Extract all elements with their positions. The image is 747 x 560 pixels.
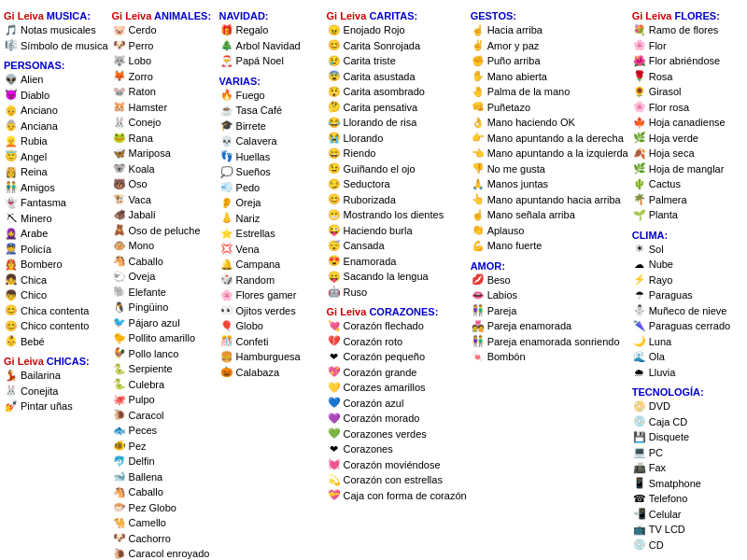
list-item[interactable]: ☀Sol xyxy=(632,242,736,257)
list-item[interactable]: 🐍Serpiente xyxy=(112,361,216,376)
list-item[interactable]: 🐗Jabalí xyxy=(112,207,216,222)
list-item[interactable]: 🌿Hoja verde xyxy=(632,131,736,146)
list-item[interactable]: 🐨Koala xyxy=(112,161,216,176)
list-item[interactable]: 😇Angel xyxy=(4,149,108,164)
list-item[interactable]: 🌧Lluvia xyxy=(632,365,736,380)
list-item[interactable]: 🐷Cerdo xyxy=(112,22,216,37)
list-item[interactable]: 🦊Zorro xyxy=(112,69,216,84)
list-item[interactable]: 🎵Notas musicales xyxy=(4,22,108,37)
list-item[interactable]: 🐟Peces xyxy=(112,423,216,438)
list-item[interactable]: ❤Corazones xyxy=(327,441,467,456)
list-item[interactable]: 💻PC xyxy=(632,445,736,460)
list-item[interactable]: 💃Bailarina xyxy=(4,368,108,383)
list-item[interactable]: 🍬Bombón xyxy=(471,349,628,364)
list-item[interactable]: 👂Oreja xyxy=(219,195,323,210)
list-item[interactable]: 🌙Luna xyxy=(632,334,736,349)
list-item[interactable]: 👌Mano haciendo OK xyxy=(471,115,628,130)
list-item[interactable]: 🤖Ruso xyxy=(327,285,467,300)
list-item[interactable]: 💖Corazón grande xyxy=(327,365,467,380)
list-item[interactable]: ☝Hacia arriba xyxy=(471,22,628,37)
list-item[interactable]: 🎈Globo xyxy=(219,318,323,333)
list-item[interactable]: 🐴Caballo xyxy=(112,254,216,269)
list-item[interactable]: 🧕Arabe xyxy=(4,226,108,241)
list-item[interactable]: 😊Carita Sonrojada xyxy=(327,38,467,53)
list-item[interactable]: 💭Sueños xyxy=(219,164,323,179)
list-item[interactable]: 👱Rubia xyxy=(4,133,108,148)
list-item[interactable]: 💿Caja CD xyxy=(632,414,736,429)
list-item[interactable]: 👈Mano apuntando a la izquierda xyxy=(471,146,628,161)
list-item[interactable]: ☁Nube xyxy=(632,257,736,272)
list-item[interactable]: 📲Celular xyxy=(632,507,736,522)
list-item[interactable]: ☂Paraguas xyxy=(632,287,736,302)
list-item[interactable]: ☕Tasa Café xyxy=(219,103,323,118)
list-item[interactable]: 😈Diablo xyxy=(4,88,108,103)
list-item[interactable]: 👃Nariz xyxy=(219,211,323,226)
list-item[interactable]: 🐸Rana xyxy=(112,131,216,146)
list-item[interactable]: 😨Carita asustada xyxy=(327,69,467,84)
list-item[interactable]: 😍Enamorada xyxy=(327,254,467,269)
list-item[interactable]: 💀Calavera xyxy=(219,133,323,148)
list-item[interactable]: 💚Corazones verdes xyxy=(327,427,467,441)
list-item[interactable]: 👸Reina xyxy=(4,164,108,179)
list-item[interactable]: 🐘Elefante xyxy=(112,285,216,300)
list-item[interactable]: 👴Anciano xyxy=(4,103,108,118)
list-item[interactable]: 🐑Oveja xyxy=(112,269,216,284)
list-item[interactable]: 🦋Mariposa xyxy=(112,146,216,161)
list-item[interactable]: 🐺Lobo xyxy=(112,53,216,68)
list-item[interactable]: 🌿Hoja de manglar xyxy=(632,161,736,176)
list-item[interactable]: 👉Mano apuntando a la derecha xyxy=(471,131,628,146)
list-item[interactable]: 🌸Flor xyxy=(632,38,736,53)
list-item[interactable]: 🎓Birrete xyxy=(219,119,323,133)
list-item[interactable]: ✋Mano abierta xyxy=(471,69,628,84)
list-item[interactable]: 👀Ojitos verdes xyxy=(219,303,323,318)
list-item[interactable]: 😜Haciendo burla xyxy=(327,223,467,238)
list-item[interactable]: 🐶Cachorro xyxy=(112,531,216,546)
list-item[interactable]: 🐤Pollito amarillo xyxy=(112,330,216,345)
list-item[interactable]: 👻Fantasma xyxy=(4,195,108,210)
list-item[interactable]: 🐋Ballena xyxy=(112,469,216,484)
list-item[interactable]: 😭Llorando xyxy=(327,131,467,146)
list-item[interactable]: 🐭Raton xyxy=(112,84,216,99)
list-item[interactable]: 🐰Conejita xyxy=(4,384,108,399)
list-item[interactable]: 💐Ramo de flores xyxy=(632,22,736,37)
list-item[interactable]: 💾Disquete xyxy=(632,429,736,444)
list-item[interactable]: 💢Vena xyxy=(219,242,323,257)
list-item[interactable]: ⚡Rayo xyxy=(632,273,736,287)
list-item[interactable]: 😁Mostrando los dientes xyxy=(327,207,467,222)
list-item[interactable]: 🌊Ola xyxy=(632,349,736,364)
list-item[interactable]: 😏Seductora xyxy=(327,176,467,191)
list-item[interactable]: 👬Amigos xyxy=(4,180,108,195)
list-item[interactable]: 🌴Palmera xyxy=(632,192,736,207)
list-item[interactable]: ⛏Minero xyxy=(4,211,108,226)
list-item[interactable]: 🐌Caracol xyxy=(112,408,216,423)
list-item[interactable]: 👄Labios xyxy=(471,287,628,302)
list-item[interactable]: 📱Smatphone xyxy=(632,476,736,491)
list-item[interactable]: 👊Puñetazo xyxy=(471,100,628,115)
list-item[interactable]: 🤚Palma de la mano xyxy=(471,84,628,99)
list-item[interactable]: 🐍Culebra xyxy=(112,377,216,392)
list-item[interactable]: ✌Amor y paz xyxy=(471,38,628,53)
list-item[interactable]: ⭐Estrellas xyxy=(219,226,323,241)
list-item[interactable]: 🎃Calabaza xyxy=(219,365,323,380)
list-item[interactable]: 🐵Mono xyxy=(112,238,216,253)
list-item[interactable]: 💛Corazes amarillos xyxy=(327,380,467,395)
list-item[interactable]: 🐧Pingüino xyxy=(112,300,216,315)
list-item[interactable]: ☎Telefono xyxy=(632,491,736,506)
list-item[interactable]: 💜Corazón morado xyxy=(327,411,467,426)
list-item[interactable]: 🌹Rosa xyxy=(632,69,736,84)
list-item[interactable]: 🐬Delfin xyxy=(112,454,216,469)
list-item[interactable]: 💑Pareja enamorada xyxy=(471,318,628,333)
list-item[interactable]: 🐹Hamster xyxy=(112,100,216,115)
list-item[interactable]: 😴Cansada xyxy=(327,238,467,253)
list-item[interactable]: 🎅Papá Noel xyxy=(219,53,323,68)
list-item[interactable]: 👎No me gusta xyxy=(471,161,628,176)
list-item[interactable]: 👣Huellas xyxy=(219,149,323,164)
list-item[interactable]: 🌱Planta xyxy=(632,207,736,222)
list-item[interactable]: ✊Puño arriba xyxy=(471,53,628,68)
list-item[interactable]: ❤Corazón pequeño xyxy=(327,349,467,364)
list-item[interactable]: 👧Chica xyxy=(4,273,108,287)
list-item[interactable]: 🧸Oso de peluche xyxy=(112,223,216,238)
list-item[interactable]: 🌺Flor abriéndose xyxy=(632,53,736,68)
list-item[interactable]: 🎄Arbol Navidad xyxy=(219,38,323,53)
list-item[interactable]: 💔Corazón roto xyxy=(327,334,467,349)
